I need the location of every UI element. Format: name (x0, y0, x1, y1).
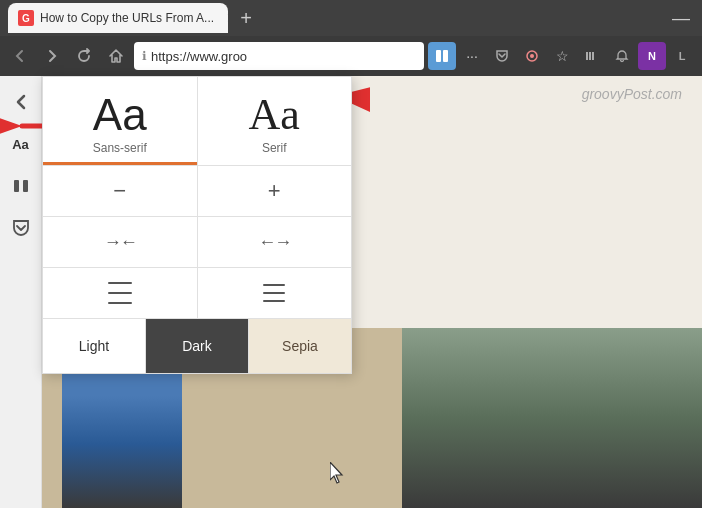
decrease-font-size-button[interactable]: − (43, 166, 198, 216)
page-watermark: groovyPost.com (582, 86, 682, 102)
address-bar[interactable]: ℹ https://www.groo (134, 42, 424, 70)
wide-spacing-icon (108, 282, 132, 304)
tab-close-button[interactable]: ✕ (226, 10, 228, 26)
sidebar-pocket-button[interactable] (3, 210, 39, 246)
back-button[interactable] (6, 42, 34, 70)
decrease-icon: − (113, 178, 126, 204)
serif-preview: Aa (249, 93, 300, 137)
svg-rect-0 (436, 50, 441, 62)
sidebar: Aa (0, 76, 42, 508)
wide-spacing-button[interactable] (43, 268, 198, 318)
sidebar-back-button[interactable] (3, 84, 39, 120)
more-options-button[interactable]: ··· (458, 42, 486, 70)
font-size-row: − + (43, 166, 351, 217)
width-row: →← ←→ (43, 217, 351, 268)
sepia-theme-button[interactable]: Sepia (249, 319, 351, 373)
light-theme-button[interactable]: Light (43, 319, 146, 373)
dark-theme-label: Dark (182, 338, 212, 354)
svg-rect-8 (23, 180, 28, 192)
history-button[interactable] (578, 42, 606, 70)
new-tab-button[interactable]: + (232, 4, 260, 32)
tab-title: How to Copy the URLs From A... (40, 11, 214, 25)
pocket-button[interactable] (488, 42, 516, 70)
home-button[interactable] (102, 42, 130, 70)
serif-option[interactable]: Aa Serif (198, 77, 352, 165)
browser-chrome: How to Copy the URLs From A... ✕ + — ℹ h… (0, 0, 702, 76)
tab-favicon (18, 10, 34, 26)
active-tab[interactable]: How to Copy the URLs From A... ✕ (8, 3, 228, 33)
svg-rect-1 (443, 50, 448, 62)
svg-point-3 (530, 54, 534, 58)
reading-panel: Aa Sans-serif Aa Serif − + →← ←→ (42, 76, 352, 374)
nav-icons-right: ··· ☆ N L (428, 42, 696, 70)
narrow-width-icon: →← (104, 232, 136, 253)
sans-serif-label: Sans-serif (93, 141, 147, 155)
svg-rect-5 (589, 52, 591, 60)
reader-view-button[interactable] (428, 42, 456, 70)
svg-rect-4 (586, 52, 588, 60)
theme-row: Light Dark Sepia (43, 319, 351, 373)
svg-rect-6 (592, 52, 594, 60)
page-image-background (402, 328, 702, 508)
firefox-icon[interactable] (518, 42, 546, 70)
narrow-spacing-icon (263, 284, 285, 302)
wide-width-button[interactable]: ←→ (198, 217, 352, 267)
reload-button[interactable] (70, 42, 98, 70)
line-spacing-row (43, 268, 351, 319)
onenote-button[interactable]: N (638, 42, 666, 70)
increase-icon: + (268, 178, 281, 204)
forward-button[interactable] (38, 42, 66, 70)
sans-serif-option[interactable]: Aa Sans-serif (43, 77, 198, 165)
bookmark-button[interactable]: ☆ (548, 42, 576, 70)
secure-icon: ℹ (142, 49, 147, 63)
minimize-button[interactable]: — (672, 8, 694, 29)
nav-bar: ℹ https://www.groo ··· ☆ N L (0, 36, 702, 76)
profile-button[interactable]: L (668, 42, 696, 70)
dark-theme-button[interactable]: Dark (146, 319, 249, 373)
tab-bar: How to Copy the URLs From A... ✕ + — (0, 0, 702, 36)
sidebar-font-button[interactable]: Aa (3, 126, 39, 162)
alerts-button[interactable] (608, 42, 636, 70)
url-text: https://www.groo (151, 49, 416, 64)
increase-font-size-button[interactable]: + (198, 166, 352, 216)
serif-label: Serif (262, 141, 287, 155)
sans-serif-preview: Aa (93, 93, 147, 137)
font-selection-row: Aa Sans-serif Aa Serif (43, 77, 351, 166)
narrow-spacing-button[interactable] (198, 268, 352, 318)
sepia-theme-label: Sepia (282, 338, 318, 354)
narrow-width-button[interactable]: →← (43, 217, 198, 267)
light-theme-label: Light (79, 338, 109, 354)
wide-width-icon: ←→ (258, 232, 290, 253)
svg-rect-7 (14, 180, 19, 192)
sidebar-reader-button[interactable] (3, 168, 39, 204)
